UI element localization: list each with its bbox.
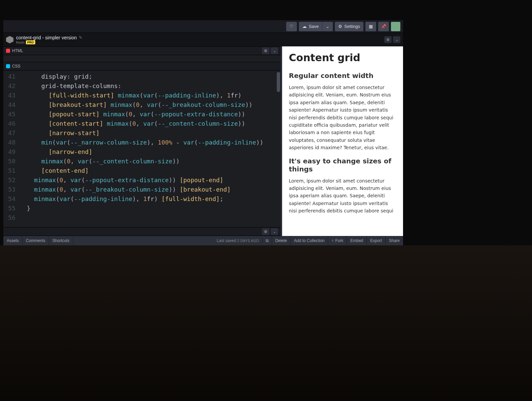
code-content[interactable]: display: grid; grid-template-columns: [f… (18, 71, 281, 227)
preview-content[interactable]: Content grid Regular content width Lorem… (282, 46, 403, 225)
heart-icon: ♡ (290, 24, 294, 29)
html-settings-button[interactable]: ⚙ (262, 47, 269, 54)
html-label: HTML (12, 48, 23, 53)
js-collapse-button[interactable]: ⌄ (271, 228, 278, 235)
share-button[interactable]: Share (385, 236, 403, 245)
gear-icon: ⚙ (338, 24, 342, 29)
footer-bar: Assets Comments Shortcuts Last saved 2 D… (3, 236, 403, 245)
layout-icon: ▦ (369, 24, 373, 29)
code-column: HTML ⚙ ⌄ CSS 414243444546474849505152535… (3, 46, 281, 236)
html-badge-icon (6, 49, 10, 53)
save-status: Last saved 2 DAYS AGO (213, 238, 262, 243)
save-button-group: ☁ Save ⌄ (299, 22, 333, 31)
comments-tab[interactable]: Comments (23, 236, 49, 245)
save-dropdown-button[interactable]: ⌄ (322, 22, 333, 31)
js-settings-button[interactable]: ⚙ (262, 228, 269, 235)
pen-titlebar: content-grid - simpler version ✎ Kevin P… (3, 33, 403, 46)
pen-title-block: content-grid - simpler version ✎ Kevin P… (16, 35, 82, 44)
chevron-down-icon: ⌄ (326, 24, 329, 29)
cloud-icon: ☁ (302, 24, 307, 29)
html-collapse-button[interactable]: ⌄ (271, 47, 278, 54)
shortcuts-tab[interactable]: Shortcuts (49, 236, 73, 245)
embed-button[interactable]: Embed (347, 236, 366, 245)
preview-h1: Content grid (289, 52, 396, 64)
line-gutter: 41424344454647484950515253545556 (3, 71, 18, 227)
fork-button[interactable]: ⑂ Fork (328, 236, 347, 245)
panel-collapse-button[interactable]: ⌄ (393, 36, 400, 43)
css-panel-header[interactable]: CSS (3, 62, 281, 71)
preview-p2: Lorem, ipsum dolor sit amet consectetur … (289, 177, 396, 215)
delete-button[interactable]: Delete (272, 236, 291, 245)
settings-button[interactable]: ⚙ Settings (335, 22, 363, 31)
pen-author: Kevin (16, 41, 25, 44)
pin-icon: 📌 (381, 24, 386, 29)
preview-pane: Content grid Regular content width Lorem… (282, 46, 403, 236)
fork-icon: ⑂ (331, 238, 334, 243)
save-label: Save (309, 24, 319, 29)
like-button[interactable]: ♡ (286, 22, 297, 31)
css-label: CSS (12, 64, 20, 69)
save-button[interactable]: ☁ Save (299, 22, 322, 31)
preview-h2-a: Regular content width (289, 72, 396, 80)
assets-tab[interactable]: Assets (3, 236, 23, 245)
scrollbar-thumb[interactable] (277, 72, 280, 92)
css-badge-icon (6, 64, 10, 68)
settings-label: Settings (344, 24, 360, 29)
edit-title-icon[interactable]: ✎ (79, 35, 82, 40)
codepen-editor: ♡ ☁ Save ⌄ ⚙ Settings ▦ 📌 content-grid - (3, 20, 403, 245)
js-panel-header[interactable]: ⚙ ⌄ (3, 227, 281, 236)
pro-badge: PRO (26, 40, 35, 44)
css-editor[interactable]: 41424344454647484950515253545556 display… (3, 71, 281, 227)
export-button[interactable]: Export (366, 236, 385, 245)
preview-h2-b: It's easy to change sizes of things (289, 157, 396, 173)
layout-button[interactable]: ▦ (365, 22, 376, 31)
panel-settings-button[interactable]: ⚙ (384, 36, 392, 43)
editor-panels: HTML ⚙ ⌄ CSS 414243444546474849505152535… (3, 46, 403, 236)
codepen-logo-icon[interactable] (6, 36, 13, 43)
add-to-collection-button[interactable]: Add to Collection (291, 236, 328, 245)
preview-p1: Lorem, ipsum dolor sit amet consectetur … (289, 84, 396, 152)
top-toolbar: ♡ ☁ Save ⌄ ⚙ Settings ▦ 📌 (3, 20, 403, 33)
vertical-splitter[interactable] (281, 46, 282, 236)
pin-button[interactable]: 📌 (378, 22, 389, 31)
popout-button[interactable]: ⧉ (262, 238, 272, 243)
pen-title: content-grid - simpler version (16, 35, 77, 40)
avatar[interactable] (391, 22, 400, 31)
html-panel-header[interactable]: HTML ⚙ ⌄ (3, 46, 281, 55)
html-editor[interactable] (3, 55, 281, 62)
